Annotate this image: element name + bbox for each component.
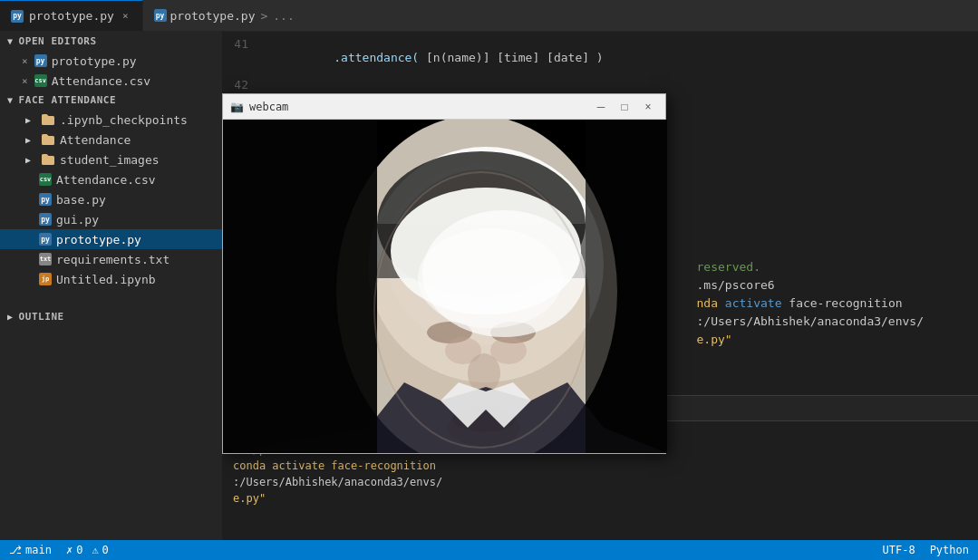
git-branch-icon: ⎇ bbox=[9, 544, 22, 556]
editor-close-icon2[interactable]: × bbox=[22, 75, 28, 87]
status-error-count: 0 bbox=[76, 544, 82, 556]
sidebar-label-attendance: Attendance bbox=[60, 133, 131, 147]
breadcrumb-separator: > bbox=[260, 9, 267, 23]
status-language[interactable]: Python bbox=[930, 544, 969, 556]
face-svg bbox=[223, 120, 667, 453]
webcam-titlebar: 📷 webcam ─ □ × bbox=[223, 94, 665, 120]
outline-label: OUTLINE bbox=[19, 311, 64, 323]
code-line-41: 41 .attendance( [n(name)] [time] [date] … bbox=[222, 37, 978, 78]
folder-chevron-1: ▶ bbox=[25, 115, 31, 125]
right-line-path: :/Users/Abhishek/anaconda3/envs/ bbox=[697, 313, 924, 331]
breadcrumb-file: prototype.py bbox=[170, 9, 256, 23]
webcam-window[interactable]: 📷 webcam ─ □ × bbox=[222, 93, 666, 454]
open-editors-chevron: ▼ bbox=[7, 36, 14, 46]
breadcrumb-dots: ... bbox=[273, 9, 294, 23]
editor-filename-attendance: Attendance.csv bbox=[52, 74, 151, 88]
tab-label-prototype: prototype.py bbox=[29, 9, 114, 23]
face-attendance-header[interactable]: ▼ FACE ATTENDANCE bbox=[0, 91, 222, 110]
editor-py-icon: py bbox=[34, 54, 47, 67]
sidebar-label-attendance-csv: Attendance.csv bbox=[56, 173, 156, 187]
editor-csv-icon: csv bbox=[34, 74, 47, 87]
main-layout: ▼ OPEN EDITORS × py prototype.py × csv A… bbox=[0, 32, 978, 540]
warning-icon: ⚠ bbox=[92, 544, 98, 556]
py-icon-base: py bbox=[39, 193, 52, 206]
editor-filename-prototype: prototype.py bbox=[52, 54, 137, 68]
sidebar-item-attendance-csv[interactable]: csv Attendance.csv bbox=[0, 169, 222, 189]
webcam-title-text: webcam bbox=[249, 101, 288, 113]
tab-prototype-py[interactable]: py prototype.py × bbox=[0, 0, 143, 31]
folder-chevron-3: ▶ bbox=[25, 155, 31, 165]
editor-area: 41 .attendance( [n(name)] [time] [date] … bbox=[222, 32, 978, 540]
sidebar-item-untitled-ipynb[interactable]: jp Untitled.ipynb bbox=[0, 269, 222, 289]
status-errors[interactable]: ✗ 0 ⚠ 0 bbox=[66, 544, 109, 556]
svg-rect-13 bbox=[223, 120, 377, 453]
webcam-maximize-btn[interactable]: □ bbox=[615, 97, 634, 117]
status-encoding[interactable]: UTF-8 bbox=[883, 544, 915, 556]
error-icon: ✗ bbox=[66, 544, 73, 556]
face-attendance-chevron: ▼ bbox=[7, 95, 14, 105]
status-branch-name: main bbox=[25, 544, 52, 556]
webcam-camera-icon: 📷 bbox=[230, 101, 244, 113]
folder-icon-2 bbox=[41, 132, 55, 147]
sidebar-label-untitled-ipynb: Untitled.ipynb bbox=[56, 273, 156, 286]
right-line-reserved: reserved. bbox=[697, 258, 924, 276]
folder-icon-1 bbox=[41, 112, 55, 127]
open-editors-label: OPEN EDITORS bbox=[19, 35, 97, 47]
webcam-video-area bbox=[223, 120, 667, 453]
sidebar-item-requirements[interactable]: txt requirements.txt bbox=[0, 249, 222, 269]
terminal-line-py: e.py" bbox=[233, 490, 967, 507]
sidebar-item-attendance-folder[interactable]: ▶ Attendance bbox=[0, 130, 222, 150]
editor-right-text: reserved. .ms/pscore6 nda activate face-… bbox=[697, 258, 924, 349]
status-warning-count: 0 bbox=[102, 544, 109, 556]
status-encoding-label: UTF-8 bbox=[883, 544, 915, 556]
status-language-label: Python bbox=[930, 544, 969, 556]
svg-point-16 bbox=[490, 337, 527, 364]
folder-icon-3 bbox=[41, 152, 55, 167]
sidebar-item-gui-py[interactable]: py gui.py bbox=[0, 209, 222, 229]
sidebar-item-base-py[interactable]: py base.py bbox=[0, 189, 222, 209]
py-icon-prototype: py bbox=[39, 233, 52, 246]
outline-chevron: ▶ bbox=[7, 312, 14, 322]
right-line-py: e.py" bbox=[697, 331, 924, 349]
csv-icon-1: csv bbox=[39, 173, 52, 186]
face-attendance-label: FACE ATTENDANCE bbox=[19, 94, 117, 106]
breadcrumb: py prototype.py > ... bbox=[143, 9, 305, 23]
status-bar: ⎇ main ✗ 0 ⚠ 0 UTF-8 Python bbox=[0, 540, 978, 560]
sidebar-item-ipynb-checkpoints[interactable]: ▶ .ipynb_checkpoints bbox=[0, 110, 222, 130]
right-line-conda: nda activate face-recognition bbox=[697, 294, 924, 313]
sidebar-label-prototype-py: prototype.py bbox=[56, 233, 141, 246]
sidebar-label-base-py: base.py bbox=[56, 193, 106, 207]
tab-close-prototype[interactable]: × bbox=[120, 8, 131, 24]
sidebar-label-gui-py: gui.py bbox=[56, 213, 99, 227]
sidebar: ▼ OPEN EDITORS × py prototype.py × csv A… bbox=[0, 32, 222, 540]
terminal-line-path: :/Users/Abhishek/anaconda3/envs/ bbox=[233, 474, 967, 490]
open-editors-header[interactable]: ▼ OPEN EDITORS bbox=[0, 32, 222, 51]
svg-point-19 bbox=[418, 228, 563, 328]
webcam-title-area: 📷 webcam bbox=[230, 101, 288, 113]
txt-icon-1: txt bbox=[39, 253, 52, 266]
editor-close-icon[interactable]: × bbox=[22, 55, 28, 67]
outline-header[interactable]: ▶ OUTLINE bbox=[0, 307, 222, 326]
sidebar-item-prototype-py[interactable]: py prototype.py bbox=[0, 229, 222, 249]
line-content-41: .attendance( [n(name)] [time] [date] ) bbox=[263, 37, 978, 78]
open-editor-prototype[interactable]: × py prototype.py bbox=[0, 51, 222, 71]
right-line-pscore: .ms/pscore6 bbox=[697, 276, 924, 294]
webcam-controls: ─ □ × bbox=[591, 97, 658, 117]
py-icon: py bbox=[11, 10, 24, 23]
line-number-41: 41 bbox=[222, 37, 263, 51]
folder-chevron-2: ▶ bbox=[25, 135, 31, 145]
sidebar-label-ipynb-checkpoints: .ipynb_checkpoints bbox=[60, 113, 188, 127]
webcam-minimize-btn[interactable]: ─ bbox=[591, 97, 611, 117]
svg-rect-18 bbox=[586, 120, 667, 453]
sidebar-label-student-images: student_images bbox=[60, 153, 160, 167]
line-number-42: 42 bbox=[222, 78, 263, 92]
breadcrumb-py-icon: py bbox=[154, 9, 167, 22]
code-line-42: 42 bbox=[222, 78, 978, 94]
sidebar-item-student-images[interactable]: ▶ student_images bbox=[0, 150, 222, 169]
open-editor-attendance[interactable]: × csv Attendance.csv bbox=[0, 71, 222, 91]
tab-bar: py prototype.py × py prototype.py > ... bbox=[0, 0, 978, 32]
status-branch[interactable]: ⎇ main bbox=[9, 544, 52, 556]
ipynb-icon-1: jp bbox=[39, 273, 52, 285]
py-icon-gui: py bbox=[39, 213, 52, 226]
webcam-close-btn[interactable]: × bbox=[638, 97, 658, 117]
